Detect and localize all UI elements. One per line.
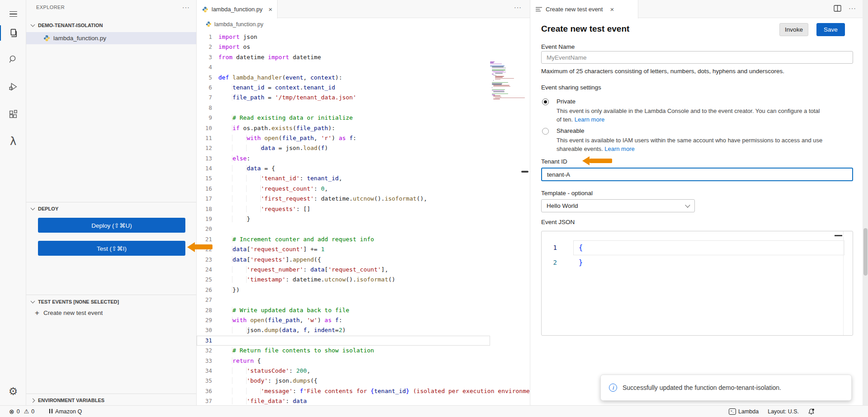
panel-more-icon[interactable]: ··· xyxy=(849,5,856,12)
code-line-20: 20 xyxy=(197,224,490,234)
test-button[interactable]: Test (⇧⌘I) xyxy=(38,241,185,256)
private-description-line1: This event is only available in the Lamb… xyxy=(557,108,820,114)
extensions-icon[interactable] xyxy=(0,104,26,125)
annotation-arrow-tenant-id xyxy=(590,159,612,163)
code-line-11: 11 with open(file_path, 'r') as f: xyxy=(197,133,490,143)
shareable-label[interactable]: Shareable xyxy=(557,127,585,134)
private-radio[interactable] xyxy=(542,98,549,105)
code-line-28: 28 # Write updated data back to file xyxy=(197,305,490,315)
json-line-1: 1{ xyxy=(542,240,853,255)
code-line-15: 15 'tenant_id': tenant_id, xyxy=(197,173,490,183)
deploy-button[interactable]: Deploy (⇧⌘U) xyxy=(38,218,185,233)
debug-icon[interactable] xyxy=(0,76,26,97)
code-line-25: 25 'timestamp': datetime.utcnow().isofor… xyxy=(197,275,490,285)
statusbar-notifications[interactable] xyxy=(808,408,815,415)
code-area[interactable]: 1import json2import os3from datetime imp… xyxy=(197,30,530,405)
learn-more-link[interactable]: Learn more xyxy=(604,145,634,152)
code-line-8: 8 xyxy=(197,103,490,113)
close-icon[interactable]: × xyxy=(269,5,273,13)
panel-scrollbar-thumb[interactable] xyxy=(863,228,868,276)
pause-icon xyxy=(49,408,53,415)
shareable-description-line1: This event is available to IAM users wit… xyxy=(557,137,822,144)
editor-more-icon[interactable]: ··· xyxy=(514,4,522,11)
template-select[interactable]: Hello World xyxy=(541,199,695,212)
chevron-down-icon xyxy=(31,206,35,211)
statusbar-lambda[interactable]: >_ Lambda xyxy=(729,408,759,415)
private-description-line2: of ten. Learn more xyxy=(557,116,604,123)
explorer-sidebar: EXPLORER ··· DEMO-TENANT-ISOLATION lambd… xyxy=(26,0,197,405)
code-line-23: 23 data['requests'].append({ xyxy=(197,255,490,265)
search-icon[interactable] xyxy=(0,49,26,70)
terminal-icon: >_ xyxy=(729,408,736,415)
event-name-input[interactable]: MyEventName xyxy=(541,51,853,64)
code-line-6: 6 tenant_id = context.tenant_id xyxy=(197,83,490,93)
tenant-id-label: Tenant ID xyxy=(541,158,567,165)
editor-tab-bar: lambda_function.py × ··· xyxy=(197,0,530,18)
folder-header-demo-tenant-isolation[interactable]: DEMO-TENANT-ISOLATION xyxy=(26,20,196,31)
tab-lambda-function[interactable]: lambda_function.py × xyxy=(197,0,278,19)
create-new-test-event-item[interactable]: + Create new test event xyxy=(26,307,196,319)
breadcrumb[interactable]: lambda_function.py xyxy=(197,19,530,30)
code-line-13: 13 else: xyxy=(197,154,490,164)
event-name-help: Maximum of 25 characters consisting of l… xyxy=(541,68,784,75)
code-line-26: 26 }) xyxy=(197,285,490,295)
section-divider xyxy=(26,295,196,295)
learn-more-link[interactable]: Learn more xyxy=(575,116,604,123)
deploy-section-header[interactable]: DEPLOY xyxy=(26,203,196,214)
panel-scrollbar[interactable] xyxy=(863,0,868,405)
code-line-34: 34 'statusCode': 200, xyxy=(197,366,490,376)
info-icon: i xyxy=(609,384,617,392)
save-button[interactable]: Save xyxy=(816,23,845,36)
code-line-31: 31 xyxy=(197,336,490,346)
code-line-4: 4 xyxy=(197,62,490,72)
code-line-9: 9 # Read existing data or initialize xyxy=(197,113,490,123)
warning-icon: ⚠ xyxy=(24,408,29,415)
code-line-30: 30 json.dump(data, f, indent=2) xyxy=(197,325,490,335)
page-title: Create new test event xyxy=(541,24,629,34)
chevron-right-icon xyxy=(31,398,35,403)
notification-message: Successfully updated the function demo-t… xyxy=(623,384,781,391)
tenant-id-input[interactable]: tenant-A xyxy=(541,168,853,181)
tab-create-new-test-event[interactable]: Create new test event × xyxy=(530,0,638,19)
menu-icon[interactable] xyxy=(0,4,26,24)
python-icon xyxy=(206,21,212,27)
settings-gear-icon[interactable]: ⚙ xyxy=(0,381,26,402)
test-event-panel: Create new test event × ··· Create new t… xyxy=(530,0,868,405)
minimap[interactable] xyxy=(490,61,526,99)
activity-bar: λ ⚙ xyxy=(0,0,26,405)
code-editor-group: lambda_function.py × ··· lambda_function… xyxy=(197,0,530,405)
environment-variables-section-header[interactable]: ENVIRONMENT VARIABLES xyxy=(26,395,196,406)
panel-content: Create new test event Invoke Save Event … xyxy=(530,18,863,405)
test-events-section-header[interactable]: TEST EVENTS [NONE SELECTED] xyxy=(26,296,196,307)
file-item-lambda-function[interactable]: lambda_function.py xyxy=(26,32,196,44)
private-label[interactable]: Private xyxy=(557,98,576,105)
invoke-button[interactable]: Invoke xyxy=(779,23,808,36)
statusbar-layout[interactable]: Layout: U.S. xyxy=(768,408,799,415)
split-editor-icon[interactable] xyxy=(834,5,841,12)
minimap-divider xyxy=(843,231,844,335)
shareable-description-line2: shareable events. Learn more xyxy=(557,145,635,152)
code-line-10: 10 if os.path.exists(file_path): xyxy=(197,123,490,133)
annotation-arrow-test-button xyxy=(194,244,212,249)
explorer-more-icon[interactable]: ··· xyxy=(182,4,190,11)
close-icon[interactable]: × xyxy=(610,5,614,13)
code-line-7: 7 file_path = '/tmp/tenant_data.json' xyxy=(197,93,490,103)
event-json-label: Event JSON xyxy=(541,219,575,225)
code-line-33: 33 return { xyxy=(197,356,490,366)
scrollbar-handle[interactable] xyxy=(521,171,528,173)
code-line-18: 18 'requests': [] xyxy=(197,204,490,214)
section-divider xyxy=(26,202,196,202)
explorer-icon[interactable] xyxy=(0,23,26,43)
statusbar-problems[interactable]: ⊗ 0 ⚠ 0 xyxy=(9,408,34,415)
notification-toast[interactable]: i Successfully updated the function demo… xyxy=(600,375,852,401)
chevron-down-icon xyxy=(31,299,35,304)
panel-tab-bar: Create new test event × ··· xyxy=(530,0,868,18)
event-json-editor[interactable]: 1{2} xyxy=(541,231,853,336)
statusbar-amazon-q[interactable]: Amazon Q xyxy=(49,408,82,415)
template-label: Template - optional xyxy=(541,190,593,197)
shareable-radio[interactable] xyxy=(542,128,549,135)
section-divider xyxy=(26,394,196,394)
code-line-12: 12 data = json.load(f) xyxy=(197,143,490,153)
lambda-icon[interactable]: λ xyxy=(0,131,26,152)
code-line-1: 1import json xyxy=(197,32,490,42)
